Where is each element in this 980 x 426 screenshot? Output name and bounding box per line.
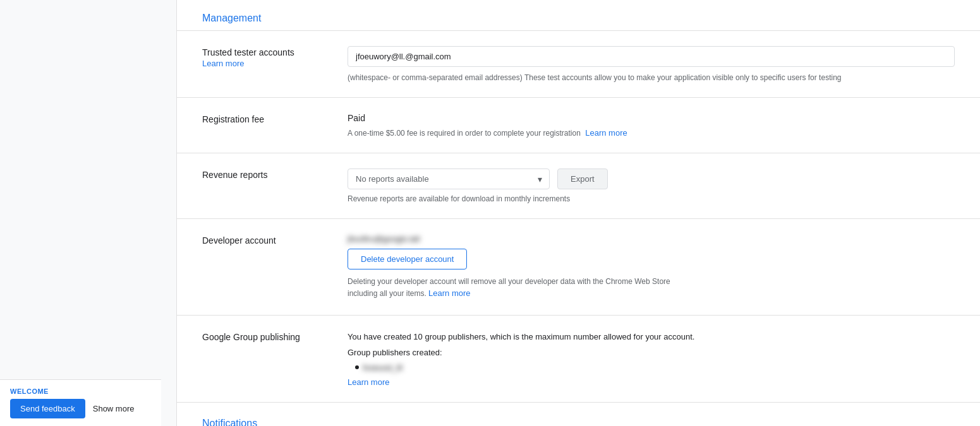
page-wrapper: Management Trusted tester accounts Learn… [0, 0, 980, 426]
welcome-label: WELCOME [10, 388, 151, 395]
trusted-tester-learn-more[interactable]: Learn more [202, 59, 348, 68]
notifications-section-header: Notifications [177, 403, 980, 427]
delete-developer-account-button[interactable]: Delete developer account [348, 249, 467, 269]
left-sidebar [0, 0, 177, 426]
trusted-tester-value: (whitespace- or comma-separated email ad… [348, 46, 955, 82]
bottom-bar-inner: WELCOME Send feedback Show more [10, 388, 151, 418]
bullet-icon [355, 365, 359, 369]
trusted-tester-label-col: Trusted tester accounts Learn more [202, 46, 348, 71]
google-group-publishing-label: Google Group publishing [202, 331, 348, 342]
group-publishers-label: Group publishers created: [348, 346, 739, 359]
registration-fee-label: Registration fee [202, 113, 348, 124]
management-section-header: Management [177, 0, 980, 30]
export-button[interactable]: Export [557, 169, 608, 189]
send-feedback-button[interactable]: Send feedback [10, 399, 85, 418]
registration-fee-row: Registration fee Paid A one-time $5.00 f… [177, 98, 980, 153]
delete-desc-line1: Deleting your developer account will rem… [348, 277, 650, 286]
delete-description: Deleting your developer account will rem… [348, 276, 676, 300]
group-publisher-item: fvoeuod_tll [355, 363, 955, 372]
fee-description-text: A one-time $5.00 fee is required in orde… [348, 129, 581, 138]
registration-fee-status: Paid [348, 113, 955, 123]
revenue-reports-select[interactable]: No reports available [348, 169, 550, 189]
developer-account-value: jfou/ltru@googlo.lall Delete developer a… [348, 234, 955, 300]
bottom-bar: WELCOME Send feedback Show more [0, 379, 161, 426]
show-more-button[interactable]: Show more [93, 404, 135, 413]
group-publishers-list: fvoeuod_tll [355, 363, 955, 372]
group-publishing-description: You have created 10 group publishers, wh… [348, 331, 739, 343]
trusted-label-row: Trusted tester accounts Learn more [202, 47, 348, 68]
bottom-bar-buttons: Send feedback Show more [10, 399, 151, 418]
revenue-reports-row: Revenue reports No reports available Exp… [177, 153, 980, 219]
google-group-publishing-row: Google Group publishing You have created… [177, 316, 980, 403]
notifications-section-title[interactable]: Notifications [202, 418, 257, 427]
revenue-reports-helper: Revenue reports are available for downlo… [348, 194, 955, 203]
trusted-tester-input[interactable] [348, 46, 955, 67]
registration-fee-value: Paid A one-time $5.00 fee is required in… [348, 113, 955, 138]
trusted-tester-row: Trusted tester accounts Learn more (whit… [177, 31, 980, 98]
google-group-publishing-value: You have created 10 group publishers, wh… [348, 331, 955, 387]
registration-fee-learn-more[interactable]: Learn more [585, 128, 627, 138]
developer-account-learn-more[interactable]: Learn more [428, 288, 470, 298]
google-group-learn-more[interactable]: Learn more [348, 377, 389, 387]
developer-account-row: Developer account jfou/ltru@googlo.lall … [177, 219, 980, 316]
revenue-reports-value: No reports available Export Revenue repo… [348, 169, 955, 203]
revenue-reports-controls: No reports available Export [348, 169, 955, 189]
trusted-tester-helper: (whitespace- or comma-separated email ad… [348, 73, 955, 82]
developer-account-label: Developer account [202, 234, 348, 246]
developer-account-email: jfou/ltru@googlo.lall [348, 234, 420, 244]
revenue-reports-select-wrapper: No reports available [348, 169, 550, 189]
registration-fee-description: A one-time $5.00 fee is required in orde… [348, 128, 955, 138]
group-publisher-name: fvoeuod_tll [363, 363, 402, 372]
trusted-tester-title: Trusted tester accounts [202, 47, 348, 57]
main-content: Management Trusted tester accounts Learn… [177, 0, 980, 426]
management-section-title[interactable]: Management [202, 13, 261, 23]
revenue-reports-label: Revenue reports [202, 169, 348, 180]
